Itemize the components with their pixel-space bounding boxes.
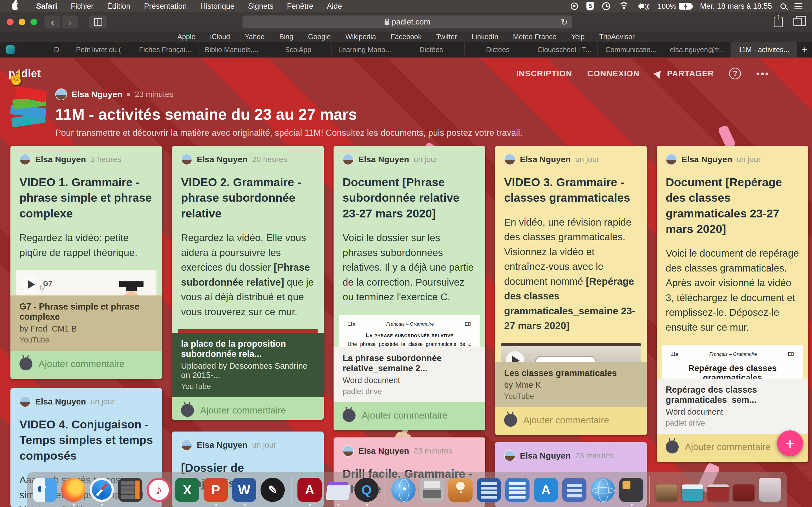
excel-icon[interactable]: X <box>175 478 199 502</box>
quicktime-icon[interactable]: Q <box>354 478 378 502</box>
help-button[interactable]: ? <box>729 68 741 79</box>
tab-communication[interactable]: Communicatio... <box>598 42 664 57</box>
minimized-window-3[interactable] <box>707 485 729 501</box>
menu-aide[interactable]: Aide <box>327 2 342 11</box>
tab-pinned[interactable] <box>0 42 21 57</box>
minimized-window-2[interactable] <box>682 485 703 501</box>
volume-icon[interactable]: ))) <box>638 3 649 10</box>
network-globe-icon[interactable] <box>391 478 416 502</box>
menu-clock[interactable]: Mer. 18 mars à 18:55 <box>700 2 772 11</box>
add-comment-button[interactable]: Ajouter commentaire <box>172 397 324 420</box>
finder-icon[interactable] <box>33 478 57 502</box>
menu-signets[interactable]: Signets <box>248 2 273 11</box>
partager-button[interactable]: PARTAGER <box>667 69 714 78</box>
video-thumbnail[interactable]: PHRASE SIMPLE ET PHRASE COMPLEXE moovly … <box>16 270 156 295</box>
bookmark-apple[interactable]: Apple <box>177 33 195 41</box>
bookmark-wikipedia[interactable]: Wikipedia <box>345 33 376 41</box>
close-window-button[interactable] <box>7 18 13 25</box>
reload-icon[interactable]: ↻ <box>561 17 568 27</box>
inscription-button[interactable]: INSCRIPTION <box>516 69 572 78</box>
card-video3[interactable]: Elsa Nguyen un jour VIDEO 3. Grammaire -… <box>495 146 647 435</box>
video-thumbnail[interactable]: Dans le groupe nominal: Elle est toujour… <box>177 329 318 333</box>
menu-fichier[interactable]: Fichier <box>71 2 94 11</box>
spotlight-icon[interactable] <box>780 3 786 9</box>
tab-scolapp[interactable]: ScolApp <box>265 42 332 57</box>
tab-empty-2[interactable] <box>35 42 48 57</box>
bookmark-linkedin[interactable]: LinkedIn <box>472 33 499 41</box>
menu-historique[interactable]: Historique <box>200 2 235 11</box>
menu-edition[interactable]: Édition <box>107 2 131 11</box>
bookmark-google[interactable]: Google <box>308 33 331 41</box>
add-comment-button[interactable]: Ajouter commentaire <box>10 351 162 379</box>
back-button[interactable]: ‹ <box>45 15 60 29</box>
tab-mail[interactable]: elsa.nguyen@fr... <box>664 42 731 57</box>
tab-dictees-2[interactable]: Dictées <box>465 42 531 57</box>
address-bar[interactable]: padlet.com ↻ <box>243 15 572 29</box>
school-building-2-icon[interactable] <box>505 478 529 502</box>
photos-icon[interactable] <box>619 478 644 502</box>
add-comment-button[interactable]: Ajouter commentaire <box>334 402 485 431</box>
bookmark-meteo-france[interactable]: Meteo France <box>513 33 556 41</box>
tab-learning-manager[interactable]: Learning Mana... <box>332 42 398 57</box>
bookmark-bing[interactable]: Bing <box>279 33 293 41</box>
card-document-reperage[interactable]: Elsa Nguyen un jour Document [Repérage d… <box>657 146 808 462</box>
printer-icon[interactable] <box>420 478 444 502</box>
card-video1[interactable]: Elsa Nguyen 3 heures VIDEO 1. Grammaire … <box>10 146 162 379</box>
tab-dictees-1[interactable]: Dictées <box>398 42 465 57</box>
trash-icon[interactable] <box>759 478 781 502</box>
bookmark-icloud[interactable]: iCloud <box>210 33 230 41</box>
forward-button[interactable]: › <box>62 15 78 29</box>
connexion-button[interactable]: CONNEXION <box>587 69 640 78</box>
card-document-phrase-subordonnee[interactable]: Elsa Nguyen un jour Document [Phrase sub… <box>334 146 485 431</box>
bookmark-tripadvisor[interactable]: TripAdvisor <box>599 33 635 41</box>
bookmark-twitter[interactable]: Twitter <box>436 33 457 41</box>
bookmark-yahoo[interactable]: Yahoo <box>245 33 264 41</box>
tab-fiches-francais[interactable]: Fiches Françai... <box>132 42 199 57</box>
bookmark-facebook[interactable]: Facebook <box>391 33 421 41</box>
tab-petit-livret[interactable]: Petit livret du ( <box>65 42 132 57</box>
menu-fenetre[interactable]: Fenêtre <box>287 2 313 11</box>
video-caption[interactable]: la place de la proposition subordonnée r… <box>172 333 324 397</box>
apple-menu-icon[interactable] <box>12 2 18 10</box>
minimize-window-button[interactable] <box>18 18 26 25</box>
blue-a-app-icon[interactable]: A <box>534 478 558 502</box>
more-menu-button[interactable]: ••• <box>756 68 770 79</box>
share-icon[interactable] <box>774 17 783 27</box>
tab-biblio-manuels[interactable]: Biblio Manuels,... <box>199 42 265 57</box>
bookmark-yelp[interactable]: Yelp <box>571 33 585 41</box>
document-preview[interactable]: 11eFrançais – GrammaireEB Repérage des c… <box>662 345 803 379</box>
tab-cloudschool[interactable]: Cloudschool | T... <box>531 42 598 57</box>
music-icon[interactable]: ♪ <box>147 478 171 502</box>
card-video2[interactable]: Elsa Nguyen 20 heures VIDEO 2. Grammaire… <box>172 146 324 420</box>
menu-presentation[interactable]: Présentation <box>144 2 187 11</box>
time-machine-icon[interactable] <box>602 2 610 10</box>
calculator-icon[interactable] <box>118 478 142 502</box>
document-caption[interactable]: Repérage des classes grammaticales_sem..… <box>657 379 808 434</box>
downloads-folder-icon[interactable] <box>326 478 350 502</box>
acrobat-reader-icon[interactable]: A <box>297 478 322 502</box>
play-button[interactable] <box>506 351 524 362</box>
show-tabs-icon[interactable] <box>794 18 802 26</box>
tab-11m-active[interactable]: 11M - activités... <box>731 42 797 57</box>
document-preview[interactable]: 11eFrançais – GrammaireEB La phrase subo… <box>339 315 479 347</box>
sidebar-button[interactable] <box>89 15 107 29</box>
school-building-1-icon[interactable] <box>477 478 501 502</box>
word-icon[interactable]: W <box>232 478 256 502</box>
zoom-window-button[interactable] <box>31 18 37 25</box>
powerpoint-icon[interactable]: P <box>204 478 228 502</box>
tab-empty-1[interactable] <box>21 42 35 57</box>
notification-center-icon[interactable] <box>795 3 802 9</box>
wifi-icon[interactable] <box>619 2 629 10</box>
menu-safari[interactable]: Safari <box>36 2 57 11</box>
grid-app-icon[interactable] <box>562 478 587 502</box>
video-thumbnail[interactable]: Je vais t'aider à réviser <box>501 343 641 362</box>
tab-d[interactable]: D <box>48 42 65 57</box>
minimized-window-4[interactable] <box>733 485 755 501</box>
screen-record-icon[interactable] <box>571 3 578 10</box>
firefox-icon[interactable] <box>61 478 86 502</box>
safari-icon[interactable] <box>90 478 114 502</box>
speedtest-icon[interactable]: 5 <box>587 2 594 10</box>
contacts-icon[interactable] <box>448 478 472 502</box>
battery-status[interactable]: 100% <box>658 2 692 11</box>
play-button[interactable] <box>21 275 40 294</box>
